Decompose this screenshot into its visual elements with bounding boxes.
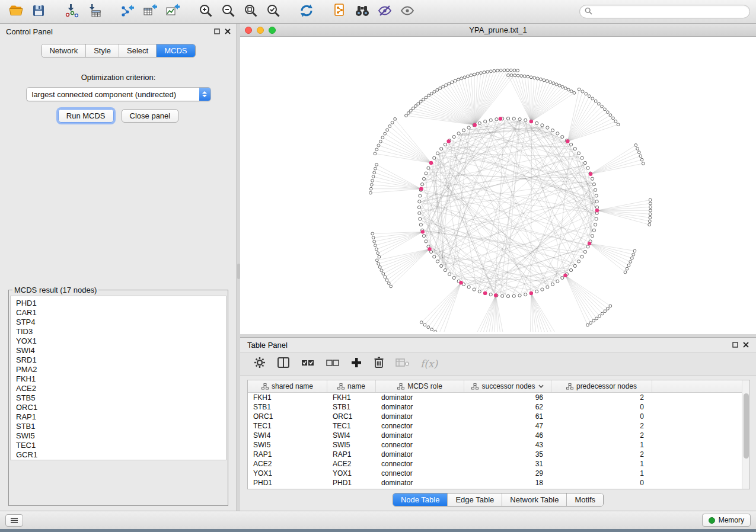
table-row[interactable]: PHD1 PHD1 dominator 18 0 xyxy=(248,478,749,488)
export-image-icon xyxy=(165,3,180,21)
list-icon xyxy=(10,517,18,524)
show-all-button[interactable] xyxy=(397,2,417,21)
search-icon xyxy=(585,7,592,17)
cell-successor-nodes: 47 xyxy=(464,421,551,431)
tab-edge-table[interactable]: Edge Table xyxy=(448,493,502,506)
column-header-predecessor-nodes[interactable]: predecessor nodes xyxy=(551,380,652,392)
mcds-result-item[interactable]: STB5 xyxy=(16,393,226,403)
table-row[interactable]: TEC1 TEC1 connector 47 2 xyxy=(248,421,749,431)
table-row[interactable]: SWI4 SWI4 dominator 46 2 xyxy=(248,431,749,440)
zoom-fit-button[interactable] xyxy=(241,2,261,21)
mcds-result-item[interactable]: PMA2 xyxy=(16,365,226,374)
select-stepper-icon xyxy=(199,88,210,101)
tab-select[interactable]: Select xyxy=(119,44,157,57)
document-share-icon xyxy=(333,3,347,21)
cell-shared-name: SWI5 xyxy=(248,440,327,450)
export-network-button[interactable] xyxy=(117,2,138,21)
network-window-titlebar[interactable]: YPA_prune.txt_1 xyxy=(240,24,756,37)
search-network-button[interactable] xyxy=(352,2,372,21)
show-columns-button[interactable] xyxy=(277,357,290,371)
float-table-panel-icon[interactable] xyxy=(732,341,738,350)
mcds-result-item[interactable]: FKH1 xyxy=(16,374,226,384)
table-row[interactable]: ORC1 ORC1 dominator 61 0 xyxy=(248,412,749,421)
control-panel-title: Control Panel xyxy=(6,27,53,36)
mcds-result-item[interactable]: GCR1 xyxy=(16,450,226,460)
cell-predecessor-nodes: 1 xyxy=(551,469,652,478)
cell-predecessor-nodes: 2 xyxy=(551,393,652,402)
network-view[interactable] xyxy=(240,37,756,334)
select-all-button[interactable] xyxy=(301,357,315,371)
close-panel-icon[interactable] xyxy=(225,27,231,36)
zoom-out-button[interactable] xyxy=(218,2,238,21)
mcds-result-item[interactable]: STP4 xyxy=(16,318,226,327)
cell-predecessor-nodes: 2 xyxy=(551,421,652,431)
cell-mcds-role: dominator xyxy=(376,402,464,412)
function-builder-button[interactable]: f(x) xyxy=(420,358,438,370)
mcds-result-item[interactable]: STB1 xyxy=(16,422,226,431)
float-panel-icon[interactable] xyxy=(214,27,220,36)
hide-selection-button[interactable] xyxy=(375,2,395,21)
table-row[interactable]: YOX1 YOX1 connector 29 1 xyxy=(248,469,749,478)
cell-mcds-role: dominator xyxy=(376,412,464,421)
global-search[interactable] xyxy=(579,5,750,18)
table-panel-header: Table Panel xyxy=(240,338,756,352)
column-header-successor-nodes[interactable]: successor nodes xyxy=(464,380,551,392)
scrollbar-thumb[interactable] xyxy=(744,393,749,459)
mcds-result-item[interactable]: YOX1 xyxy=(16,336,226,346)
delete-column-button[interactable] xyxy=(373,356,385,371)
tab-style[interactable]: Style xyxy=(86,44,119,57)
column-header-name[interactable]: name xyxy=(327,380,376,392)
cell-mcds-role: connector xyxy=(376,459,464,469)
mcds-result-item[interactable]: CAR1 xyxy=(16,308,226,318)
mcds-result-item[interactable]: PHD1 xyxy=(16,299,226,308)
search-input[interactable] xyxy=(595,8,745,16)
zoom-in-button[interactable] xyxy=(196,2,216,21)
tab-network[interactable]: Network xyxy=(42,44,86,57)
mcds-result-item[interactable]: TID3 xyxy=(16,327,226,336)
mcds-result-item[interactable]: RAP1 xyxy=(16,412,226,422)
table-row[interactable]: ACE2 ACE2 connector 31 1 xyxy=(248,459,749,469)
table-body: FKH1 FKH1 dominator 96 2 STB1 STB1 xyxy=(248,393,749,488)
tab-mcds[interactable]: MCDS xyxy=(157,44,194,57)
delete-table-button[interactable] xyxy=(395,357,410,370)
tab-network-table[interactable]: Network Table xyxy=(502,493,567,506)
mcds-result-item[interactable]: SWI4 xyxy=(16,346,226,355)
mcds-result-item[interactable]: SWI5 xyxy=(16,431,226,441)
zoom-selected-button[interactable] xyxy=(263,2,283,21)
table-row[interactable]: FKH1 FKH1 dominator 96 2 xyxy=(248,393,749,402)
network-canvas[interactable] xyxy=(240,37,755,332)
tab-node-table[interactable]: Node Table xyxy=(393,493,448,506)
export-image-button[interactable] xyxy=(162,2,183,21)
mcds-result-item[interactable]: ORC1 xyxy=(16,403,226,412)
table-row[interactable]: RAP1 RAP1 dominator 35 2 xyxy=(248,450,749,459)
export-table-button[interactable] xyxy=(140,2,160,21)
export-document-button[interactable] xyxy=(330,2,350,21)
criterion-select[interactable]: largest connected component (undirected) xyxy=(26,87,211,101)
table-row[interactable]: STB1 STB1 dominator 62 0 xyxy=(248,402,749,412)
show-panels-button[interactable] xyxy=(5,514,23,527)
table-panel-title: Table Panel xyxy=(247,341,288,350)
import-network-button[interactable] xyxy=(62,2,82,21)
open-file-button[interactable] xyxy=(6,2,26,21)
cell-shared-name: ACE2 xyxy=(248,459,327,469)
run-mcds-button[interactable]: Run MCDS xyxy=(58,109,114,123)
save-session-button[interactable] xyxy=(28,2,49,21)
column-header-mcds-role[interactable]: MCDS role xyxy=(376,380,464,392)
table-settings-button[interactable] xyxy=(253,356,266,371)
close-panel-button[interactable]: Close panel xyxy=(122,109,179,123)
close-table-panel-icon[interactable] xyxy=(743,341,749,350)
deselect-all-button[interactable] xyxy=(326,357,340,371)
add-column-button[interactable] xyxy=(350,357,362,371)
table-scrollbar[interactable] xyxy=(742,380,749,489)
tab-motifs[interactable]: Motifs xyxy=(567,493,603,506)
import-table-button[interactable] xyxy=(84,2,104,21)
mcds-result-item[interactable]: ACE2 xyxy=(16,384,226,393)
mcds-result-item[interactable]: TEC1 xyxy=(16,441,226,450)
mcds-result-item[interactable]: SRD1 xyxy=(16,355,226,365)
mcds-result-list[interactable]: PHD1 CAR1 STP4 TID3 YOX1 SWI4 SRD1 PMA2 xyxy=(10,296,227,460)
memory-button[interactable]: Memory xyxy=(702,514,751,527)
column-header-shared-name[interactable]: shared name xyxy=(248,380,327,392)
apply-layout-button[interactable] xyxy=(296,2,317,21)
table-row[interactable]: SWI5 SWI5 connector 43 1 xyxy=(248,440,749,450)
column-icon xyxy=(566,383,573,390)
